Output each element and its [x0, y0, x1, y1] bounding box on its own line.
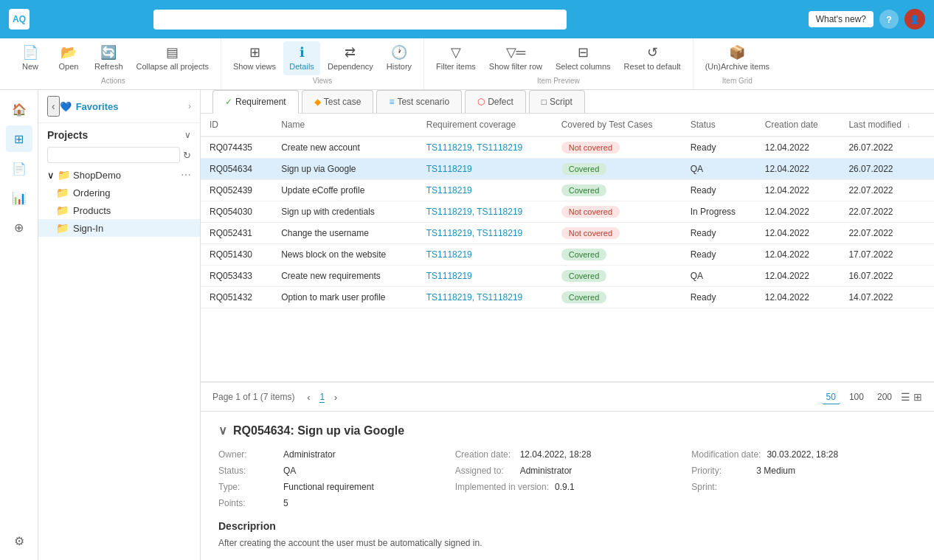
pagination-list-icon[interactable]: ☰: [901, 391, 910, 403]
folder-ordering-name: Ordering: [73, 187, 111, 198]
new-button[interactable]: 📄 New: [12, 41, 49, 75]
description-text: After creating the account the user must…: [218, 538, 916, 548]
table-row[interactable]: RQ052439 Update eCoffe profile TS1118219…: [201, 180, 934, 201]
tab-testscenario[interactable]: ≡ Test scenario: [376, 90, 462, 113]
table-row[interactable]: RQ051430 News block on the website TS111…: [201, 244, 934, 266]
req-coverage-link[interactable]: TS1118219: [426, 249, 472, 260]
collapse-button[interactable]: ▤ Collapse all projects: [131, 41, 215, 75]
avatar[interactable]: 👤: [904, 9, 925, 30]
show-views-button[interactable]: ⊞ Show views: [227, 41, 282, 75]
open-icon: 📂: [60, 44, 77, 61]
table-row[interactable]: RQ053433 Create new requirements TS11182…: [201, 266, 934, 287]
folder-products[interactable]: 📁 Products: [38, 201, 200, 219]
nav-search-input[interactable]: [47, 147, 180, 163]
table-row[interactable]: RQ074435 Create new account TS1118219, T…: [201, 136, 934, 159]
sidebar-home-button[interactable]: 🏠: [6, 96, 32, 122]
project-shopdemo[interactable]: ∨ 📁 ShopDemo ⋯: [38, 166, 200, 184]
tab-script[interactable]: □ Script: [529, 90, 585, 113]
type-label: Type:: [218, 482, 277, 492]
table-row[interactable]: RQ052431 Change the username TS1118219, …: [201, 223, 934, 244]
detail-panel: ∨ RQ054634: Sign up via Google Owner: Ad…: [201, 411, 934, 560]
toolbar-actions-section: 📄 New 📂 Open 🔄 Refresh ▤ Collapse all pr…: [12, 41, 215, 86]
nav-refresh-icon[interactable]: ↻: [183, 150, 191, 161]
col-name[interactable]: Name: [272, 114, 418, 136]
cell-req-coverage: TS1118219, TS1118219: [418, 223, 553, 244]
req-coverage-link[interactable]: TS1118219, TS1118219: [426, 228, 523, 238]
assigned-label: Assigned to:: [455, 466, 514, 476]
cell-req-coverage: TS1118219: [418, 266, 553, 287]
unarchive-button[interactable]: 📦 (Un)Archive items: [699, 41, 775, 75]
nav-search-row: ↻: [38, 144, 200, 166]
projects-chevron[interactable]: ∨: [184, 130, 191, 140]
table-row[interactable]: RQ051432 Option to mark user profile TS1…: [201, 287, 934, 308]
req-coverage-link[interactable]: TS1118219, TS1118219: [426, 207, 523, 217]
select-columns-button[interactable]: ⊟ Select columns: [550, 41, 617, 75]
cell-modified: 17.07.2022: [840, 244, 934, 266]
reset-default-button[interactable]: ↺ Reset to default: [618, 41, 687, 75]
folder-signin[interactable]: 📁 Sign-In: [38, 219, 200, 237]
detail-creation: Creation date: 12.04.2022, 18:28: [455, 449, 680, 460]
cell-modified: 22.07.2022: [840, 180, 934, 201]
tabs-row: ✓ Requirement ◆ Test case ≡ Test scenari…: [201, 90, 934, 114]
prev-page-button[interactable]: ‹: [300, 389, 316, 405]
open-button[interactable]: 📂 Open: [50, 41, 87, 75]
sidebar-settings-button[interactable]: ⚙: [6, 528, 32, 554]
nav-panel-header: ‹ 💙 Favorites ›: [38, 90, 200, 123]
req-coverage-link[interactable]: TS1118219, TS1118219: [426, 142, 523, 153]
folder-ordering[interactable]: 📁 Ordering: [38, 184, 200, 201]
table-row[interactable]: RQ054634 Sign up via Google TS1118219 Co…: [201, 159, 934, 180]
col-covered[interactable]: Covered by Test Cases: [553, 114, 682, 136]
search-bar[interactable]: [153, 10, 567, 30]
cell-name: News block on the website: [272, 244, 418, 266]
favorites-chevron[interactable]: ›: [188, 101, 191, 111]
per-page-100[interactable]: 100: [845, 390, 868, 404]
sidebar-puzzle-button[interactable]: ⊕: [6, 214, 32, 241]
history-button[interactable]: 🕐 History: [381, 41, 418, 75]
help-button[interactable]: ?: [879, 10, 899, 29]
folder-signin-icon: 📁: [56, 222, 69, 234]
details-button[interactable]: ℹ Details: [283, 41, 320, 75]
per-page-200[interactable]: 200: [873, 390, 896, 404]
req-coverage-link[interactable]: TS1118219, TS1118219: [426, 292, 523, 303]
cell-created: 12.04.2022: [756, 287, 840, 308]
col-created[interactable]: Creation date: [756, 114, 840, 136]
per-page-50[interactable]: 50: [822, 390, 840, 404]
coverage-badge: Covered: [561, 163, 607, 175]
new-icon: 📄: [22, 44, 38, 61]
detail-collapse-button[interactable]: ∨: [218, 424, 227, 438]
filter-items-icon: ▽: [451, 44, 461, 61]
current-page[interactable]: 1: [319, 392, 325, 403]
detail-type: Type: Functional requirement: [218, 482, 443, 492]
cell-status: Ready: [682, 223, 756, 244]
col-modified[interactable]: Last modified ↓: [840, 114, 934, 136]
refresh-button[interactable]: 🔄 Refresh: [89, 41, 129, 75]
creation-value: 12.04.2022, 18:28: [520, 449, 592, 460]
col-id[interactable]: ID: [201, 114, 272, 136]
col-status[interactable]: Status: [682, 114, 756, 136]
show-filter-button[interactable]: ▽═ Show filter row: [483, 41, 548, 75]
sidebar-chart-button[interactable]: 📊: [6, 184, 32, 211]
dependency-button[interactable]: ⇄ Dependency: [322, 41, 379, 75]
filter-items-button[interactable]: ▽ Filter items: [430, 41, 482, 75]
next-page-button[interactable]: ›: [328, 389, 344, 405]
tab-defect[interactable]: ⬡ Defect: [465, 90, 526, 113]
req-coverage-link[interactable]: TS1118219: [426, 185, 472, 196]
tab-requirement[interactable]: ✓ Requirement: [212, 90, 299, 114]
search-input[interactable]: [153, 10, 567, 30]
table-row[interactable]: RQ054030 Sign up with credentials TS1118…: [201, 201, 934, 223]
whats-new-button[interactable]: What's new?: [809, 11, 874, 27]
req-coverage-link[interactable]: TS1118219: [426, 271, 472, 281]
toolbar-actions-group: 📄 New 📂 Open 🔄 Refresh ▤ Collapse all pr…: [6, 38, 221, 89]
cell-id: RQ053433: [201, 266, 272, 287]
col-req-coverage[interactable]: Requirement coverage: [418, 114, 553, 136]
sidebar-grid-button[interactable]: ⊞: [6, 125, 32, 152]
req-coverage-link[interactable]: TS1118219: [426, 164, 472, 174]
nav-collapse-button[interactable]: ‹: [47, 96, 60, 117]
new-label: New: [22, 62, 38, 72]
pagination-grid-icon[interactable]: ⊞: [913, 391, 922, 403]
tab-testcase[interactable]: ◆ Test case: [302, 90, 374, 113]
project-more-icon[interactable]: ⋯: [181, 169, 191, 181]
cell-req-coverage: TS1118219: [418, 159, 553, 180]
sidebar-page-button[interactable]: 📄: [6, 155, 32, 182]
coverage-badge: Not covered: [561, 227, 620, 239]
